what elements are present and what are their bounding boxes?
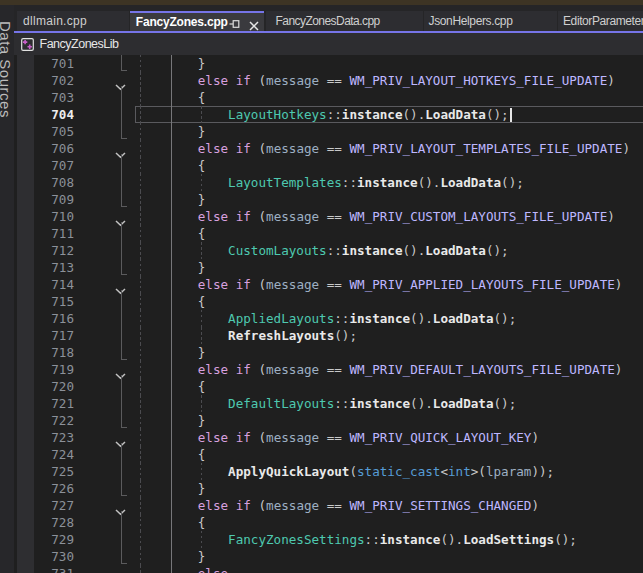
line-number: 701 bbox=[34, 55, 74, 72]
window-top-edge bbox=[0, 0, 643, 5]
code-line-text[interactable]: { bbox=[137, 293, 205, 310]
tab-fancyzones-cpp[interactable]: FancyZones.cpp bbox=[130, 11, 265, 31]
code-line-text[interactable]: RefreshLayouts(); bbox=[137, 327, 357, 344]
tab-editorparameters-cpp[interactable]: EditorParameters.cpp bbox=[558, 11, 643, 31]
code-row-714: 714 else if (message == WM_PRIV_APPLIED_… bbox=[14, 276, 643, 293]
code-line-text[interactable]: } bbox=[137, 123, 205, 140]
line-number: 706 bbox=[34, 140, 74, 157]
code-row-723: 723 else if (message == WM_PRIV_QUICK_LA… bbox=[14, 429, 643, 446]
code-line-text[interactable]: DefaultLayouts::instance().LoadData(); bbox=[137, 395, 516, 412]
code-line-text[interactable]: AppliedLayouts::instance().LoadData(); bbox=[137, 310, 516, 327]
code-line-text[interactable]: } bbox=[137, 191, 205, 208]
code-line-text[interactable]: else if (message == WM_PRIV_APPLIED_LAYO… bbox=[137, 276, 622, 293]
tab-fancyzonesdata-cpp[interactable]: FancyZonesData.cpp bbox=[266, 11, 423, 31]
cpp-project-icon bbox=[21, 37, 34, 55]
line-number: 722 bbox=[34, 412, 74, 429]
tab-jsonhelpers-cpp[interactable]: JsonHelpers.cpp bbox=[424, 11, 558, 31]
code-row-731: 731 else bbox=[14, 565, 643, 573]
code-row-701: 701 } bbox=[14, 55, 643, 72]
fold-region-line bbox=[121, 106, 122, 123]
code-row-725: 725 ApplyQuickLayout(static_cast<int>(lp… bbox=[14, 463, 643, 480]
code-row-719: 719 else if (message == WM_PRIV_DEFAULT_… bbox=[14, 361, 643, 378]
code-editor[interactable]: 701 }702 else if (message == WM_PRIV_LAY… bbox=[14, 55, 643, 573]
code-row-706: 706 else if (message == WM_PRIV_LAYOUT_T… bbox=[14, 140, 643, 157]
code-line-text[interactable]: } bbox=[137, 480, 205, 497]
fold-region-end-tick bbox=[121, 563, 127, 564]
code-line-text[interactable]: { bbox=[137, 89, 205, 106]
fold-region-line bbox=[121, 446, 122, 463]
fold-region-line bbox=[121, 548, 122, 564]
code-line-text[interactable]: else if (message == WM_PRIV_CUSTOM_LAYOU… bbox=[137, 208, 615, 225]
fold-region-end-tick bbox=[121, 70, 127, 71]
line-number: 713 bbox=[34, 259, 74, 276]
code-row-707: 707 { bbox=[14, 157, 643, 174]
code-line-text[interactable]: } bbox=[137, 344, 205, 361]
code-line-text[interactable]: CustomLayouts::instance().LoadData(); bbox=[137, 242, 509, 259]
line-number: 711 bbox=[34, 225, 74, 242]
code-line-text[interactable]: else bbox=[137, 565, 228, 573]
code-line-text[interactable]: else if (message == WM_PRIV_LAYOUT_HOTKE… bbox=[137, 72, 615, 89]
pin-icon[interactable] bbox=[229, 17, 240, 31]
line-number: 702 bbox=[34, 72, 74, 89]
code-row-709: 709 } bbox=[14, 191, 643, 208]
code-line-text[interactable]: else if (message == WM_PRIV_DEFAULT_LAYO… bbox=[137, 361, 622, 378]
line-number: 721 bbox=[34, 395, 74, 412]
fold-region-line bbox=[121, 293, 122, 310]
code-row-728: 728 { bbox=[14, 514, 643, 531]
code-line-text[interactable]: else if (message == WM_PRIV_QUICK_LAYOUT… bbox=[137, 429, 539, 446]
tab-label: FancyZones.cpp bbox=[136, 13, 228, 31]
project-dropdown[interactable]: FancyZonesLib bbox=[40, 33, 119, 55]
line-number: 705 bbox=[34, 123, 74, 140]
line-number: 730 bbox=[34, 548, 74, 565]
fold-region-line bbox=[121, 55, 122, 71]
text-caret bbox=[510, 108, 512, 122]
code-line-text[interactable]: { bbox=[137, 378, 205, 395]
fold-region-line bbox=[121, 531, 122, 548]
code-line-text[interactable]: LayoutHotkeys::instance().LoadData(); bbox=[137, 106, 509, 123]
code-row-720: 720 { bbox=[14, 378, 643, 395]
line-number: 718 bbox=[34, 344, 74, 361]
code-line-text[interactable]: { bbox=[137, 514, 205, 531]
code-line-text[interactable]: LayoutTemplates::instance().LoadData(); bbox=[137, 174, 524, 191]
code-line-text[interactable]: } bbox=[137, 55, 205, 72]
code-line-text[interactable]: { bbox=[137, 157, 205, 174]
fold-region-line bbox=[121, 157, 122, 174]
fold-region-line bbox=[121, 242, 122, 259]
line-number: 709 bbox=[34, 191, 74, 208]
code-row-704: 704 LayoutHotkeys::instance().LoadData()… bbox=[14, 106, 643, 123]
code-row-727: 727 else if (message == WM_PRIV_SETTINGS… bbox=[14, 497, 643, 514]
code-line-text[interactable]: FancyZonesSettings::instance().LoadSetti… bbox=[137, 531, 577, 548]
tab-dllmain-cpp[interactable]: dllmain.cpp bbox=[17, 11, 128, 31]
code-row-705: 705 } bbox=[14, 123, 643, 140]
code-line-text[interactable]: } bbox=[137, 259, 205, 276]
code-line-text[interactable]: else if (message == WM_PRIV_LAYOUT_TEMPL… bbox=[137, 140, 630, 157]
fold-region-line bbox=[121, 123, 122, 139]
code-line-text[interactable]: { bbox=[137, 446, 205, 463]
code-line-text[interactable]: } bbox=[137, 548, 205, 565]
sidebar-tab-data-sources[interactable]: Data Sources bbox=[0, 21, 14, 118]
fold-region-end-tick bbox=[121, 274, 127, 275]
code-row-708: 708 LayoutTemplates::instance().LoadData… bbox=[14, 174, 643, 191]
tab-label: dllmain.cpp bbox=[23, 11, 87, 31]
line-number: 724 bbox=[34, 446, 74, 463]
code-row-713: 713 } bbox=[14, 259, 643, 276]
line-number: 716 bbox=[34, 310, 74, 327]
line-number: 717 bbox=[34, 327, 74, 344]
code-row-703: 703 { bbox=[14, 89, 643, 106]
code-line-text[interactable]: { bbox=[137, 225, 205, 242]
fold-region-line bbox=[121, 480, 122, 496]
close-icon[interactable] bbox=[249, 18, 259, 32]
line-number: 714 bbox=[34, 276, 74, 293]
tab-label: EditorParameters.cpp bbox=[563, 11, 643, 31]
code-line-text[interactable]: } bbox=[137, 412, 205, 429]
code-line-text[interactable]: else if (message == WM_PRIV_SETTINGS_CHA… bbox=[137, 497, 539, 514]
code-row-718: 718 } bbox=[14, 344, 643, 361]
fold-region-end-tick bbox=[121, 359, 127, 360]
fold-region-line bbox=[121, 327, 122, 344]
code-line-text[interactable]: ApplyQuickLayout(static_cast<int>(lparam… bbox=[137, 463, 554, 480]
line-number: 715 bbox=[34, 293, 74, 310]
line-number: 727 bbox=[34, 497, 74, 514]
code-row-726: 726 } bbox=[14, 480, 643, 497]
document-tab-bar: dllmain.cppFancyZones.cppFancyZonesData.… bbox=[14, 5, 643, 33]
line-number: 729 bbox=[34, 531, 74, 548]
